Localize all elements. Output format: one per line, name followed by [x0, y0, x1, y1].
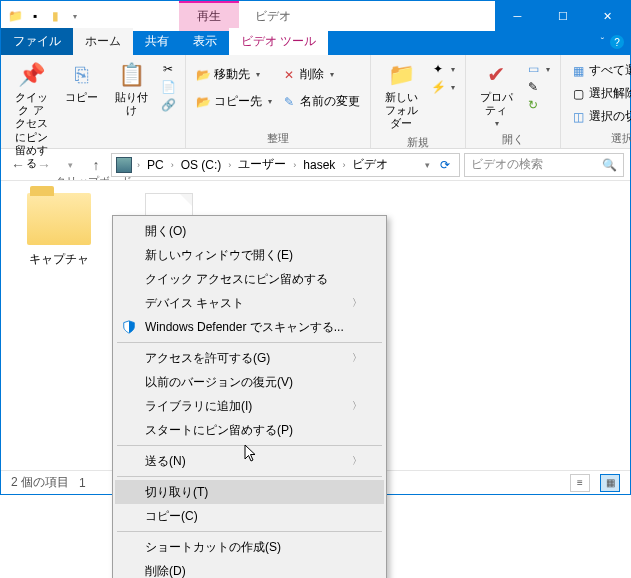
- menu-open-new-window[interactable]: 新しいウィンドウで開く(E): [115, 243, 384, 267]
- menu-device-cast[interactable]: デバイス キャスト〉: [115, 291, 384, 315]
- icons-view-button[interactable]: ▦: [600, 474, 620, 492]
- menu-send-to[interactable]: 送る(N)〉: [115, 449, 384, 473]
- breadcrumb-users[interactable]: ユーザー: [236, 156, 288, 173]
- collapse-ribbon-icon[interactable]: ˇ: [601, 37, 604, 48]
- delete-icon: ✕: [282, 68, 296, 82]
- recent-locations-button[interactable]: ▾: [59, 154, 81, 176]
- breadcrumb-drive[interactable]: OS (C:): [179, 158, 224, 172]
- submenu-arrow-icon: 〉: [352, 399, 362, 413]
- title-bar: 📁 ▪ ▮ ▾ 再生 ビデオ ─ ☐ ✕: [1, 1, 630, 31]
- menu-defender-scan[interactable]: Windows Defender でスキャンする...: [115, 315, 384, 339]
- file-tab[interactable]: ファイル: [1, 28, 73, 55]
- home-tab[interactable]: ホーム: [73, 28, 133, 55]
- paste-button[interactable]: 📋 貼り付け: [109, 59, 153, 119]
- menu-cut[interactable]: 切り取り(T): [115, 480, 384, 504]
- view-tab[interactable]: 表示: [181, 28, 229, 55]
- properties-button[interactable]: ✔ プロパティ ▾: [474, 59, 518, 130]
- copy-icon: ⎘: [67, 61, 95, 89]
- invert-selection-button[interactable]: ◫選択の切り替え: [569, 107, 631, 126]
- address-dropdown-icon[interactable]: ▾: [422, 160, 433, 170]
- contextual-tab-play[interactable]: 再生: [179, 1, 239, 31]
- menu-pin-quick-access[interactable]: クイック アクセスにピン留めする: [115, 267, 384, 291]
- group-label-open: 開く: [474, 130, 552, 147]
- contextual-label-video: ビデオ: [239, 1, 307, 31]
- chevron-right-icon[interactable]: ›: [134, 160, 143, 170]
- breadcrumb-user[interactable]: hasek: [301, 158, 337, 172]
- move-to-button[interactable]: 📂移動先▾: [194, 65, 274, 84]
- forward-button[interactable]: →: [33, 154, 55, 176]
- menu-open[interactable]: 開く(O): [115, 219, 384, 243]
- menu-add-library[interactable]: ライブラリに追加(I)〉: [115, 394, 384, 418]
- properties-icon: ✔: [482, 61, 510, 89]
- menu-copy[interactable]: コピー(C): [115, 504, 384, 528]
- path-icon: 📄: [161, 80, 175, 94]
- qat-icon[interactable]: ▪: [27, 8, 43, 24]
- group-label-select: 選択: [569, 129, 631, 146]
- edit-icon: ✎: [526, 80, 540, 94]
- cut-icon: ✂: [161, 62, 175, 76]
- new-folder-button[interactable]: 📁 新しい フォルダー: [379, 59, 423, 133]
- open-button[interactable]: ▭▾: [524, 61, 552, 77]
- cut-small-button[interactable]: ✂: [159, 61, 177, 77]
- delete-button[interactable]: ✕削除▾: [280, 65, 362, 84]
- back-button[interactable]: ←: [7, 154, 29, 176]
- chevron-right-icon[interactable]: ›: [225, 160, 234, 170]
- chevron-down-icon: ▾: [495, 119, 499, 128]
- history-icon: ↻: [526, 98, 540, 112]
- select-none-icon: ▢: [571, 87, 585, 101]
- copy-button[interactable]: ⎘ コピー: [59, 59, 103, 106]
- quick-access-toolbar: 📁 ▪ ▮ ▾: [1, 1, 89, 31]
- close-button[interactable]: ✕: [585, 1, 630, 31]
- help-icon[interactable]: ?: [610, 35, 624, 49]
- ribbon-group-new: 📁 新しい フォルダー ✦▾ ⚡▾ 新規: [371, 55, 466, 148]
- menu-delete[interactable]: 削除(D): [115, 559, 384, 578]
- selected-count: 1: [79, 476, 86, 490]
- video-tools-tab[interactable]: ビデオ ツール: [229, 28, 328, 55]
- details-view-button[interactable]: ≡: [570, 474, 590, 492]
- new-item-icon: ✦: [431, 62, 445, 76]
- contextual-tabs: 再生 ビデオ: [179, 1, 307, 31]
- submenu-arrow-icon: 〉: [352, 296, 362, 310]
- menu-restore-versions[interactable]: 以前のバージョンの復元(V): [115, 370, 384, 394]
- copyto-icon: 📂: [196, 95, 210, 109]
- move-icon: 📂: [196, 68, 210, 82]
- menu-separator: [117, 342, 382, 343]
- select-none-button[interactable]: ▢選択解除: [569, 84, 631, 103]
- ribbon-group-open: ✔ プロパティ ▾ ▭▾ ✎ ↻ 開く: [466, 55, 561, 148]
- select-all-icon: ▦: [571, 64, 585, 78]
- breadcrumb-videos[interactable]: ビデオ: [350, 156, 390, 173]
- address-bar[interactable]: › PC › OS (C:) › ユーザー › hasek › ビデオ ▾ ⟳: [111, 153, 460, 177]
- chevron-right-icon[interactable]: ›: [290, 160, 299, 170]
- ribbon-group-select: ▦すべて選択 ▢選択解除 ◫選択の切り替え 選択: [561, 55, 631, 148]
- new-item-button[interactable]: ✦▾: [429, 61, 457, 77]
- navigation-bar: ← → ▾ ↑ › PC › OS (C:) › ユーザー › hasek › …: [1, 149, 630, 181]
- chevron-right-icon[interactable]: ›: [339, 160, 348, 170]
- menu-separator: [117, 445, 382, 446]
- menu-create-shortcut[interactable]: ショートカットの作成(S): [115, 535, 384, 559]
- maximize-button[interactable]: ☐: [540, 1, 585, 31]
- folder-icon: ▮: [47, 8, 63, 24]
- paste-shortcut-small-button[interactable]: 🔗: [159, 97, 177, 113]
- easy-access-button[interactable]: ⚡▾: [429, 79, 457, 95]
- chevron-down-icon: ▾: [330, 70, 334, 79]
- breadcrumb-pc[interactable]: PC: [145, 158, 166, 172]
- folder-icon: [27, 193, 91, 245]
- share-tab[interactable]: 共有: [133, 28, 181, 55]
- refresh-icon[interactable]: ⟳: [435, 158, 455, 172]
- qat-dropdown-icon[interactable]: ▾: [67, 8, 83, 24]
- ribbon-group-organize: 📂移動先▾ 📂コピー先▾ ✕削除▾ ✎名前の変更 整理: [186, 55, 371, 148]
- menu-pin-start[interactable]: スタートにピン留めする(P): [115, 418, 384, 442]
- search-icon: 🔍: [602, 158, 617, 172]
- chevron-right-icon[interactable]: ›: [168, 160, 177, 170]
- search-input[interactable]: ビデオの検索 🔍: [464, 153, 624, 177]
- copy-to-button[interactable]: 📂コピー先▾: [194, 92, 274, 111]
- select-all-button[interactable]: ▦すべて選択: [569, 61, 631, 80]
- history-button[interactable]: ↻: [524, 97, 552, 113]
- rename-button[interactable]: ✎名前の変更: [280, 92, 362, 111]
- minimize-button[interactable]: ─: [495, 1, 540, 31]
- folder-item[interactable]: キャプチャ: [19, 193, 99, 268]
- copy-path-small-button[interactable]: 📄: [159, 79, 177, 95]
- menu-grant-access[interactable]: アクセスを許可する(G)〉: [115, 346, 384, 370]
- edit-button[interactable]: ✎: [524, 79, 552, 95]
- up-button[interactable]: ↑: [85, 154, 107, 176]
